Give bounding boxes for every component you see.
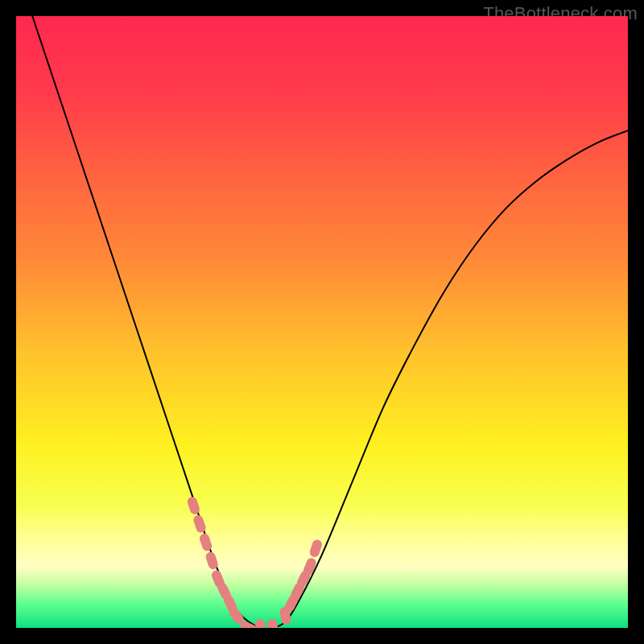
chart-svg (16, 16, 628, 628)
plot-area (16, 16, 628, 628)
gradient-background (16, 16, 628, 628)
chart-container: TheBottleneck.com (0, 0, 644, 644)
